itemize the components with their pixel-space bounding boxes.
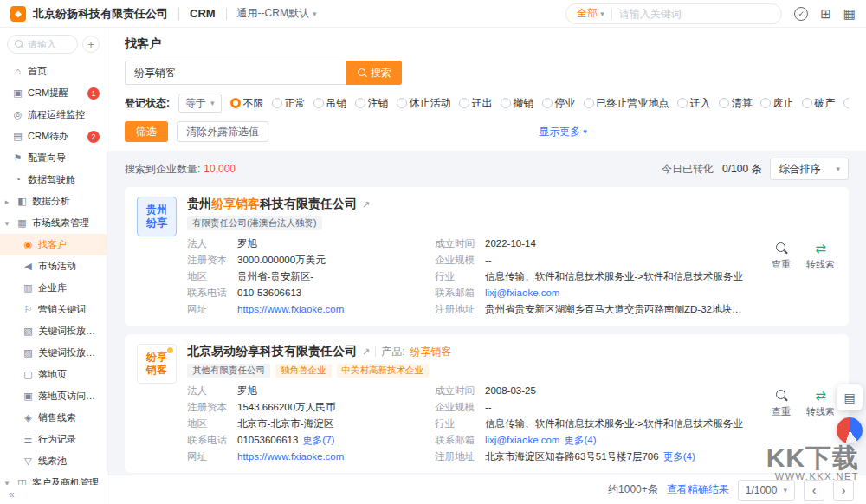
chevron-down-icon [2,219,12,228]
filter-option-abolished[interactable]: 废止 [760,96,794,111]
company-name[interactable]: 北京易动纷享科技有限责任公司 产品: 纷享销客 [187,344,750,359]
filter-option-moved-out[interactable]: 迁出 [459,96,493,111]
tag-icon [23,305,34,314]
sidebar-item-sales-leads[interactable]: 销售线索 [0,407,107,429]
company-tags: 其他有限责任公司 独角兽企业 中关村高新技术企业 [187,364,750,378]
workspace-switcher[interactable]: 通用--CRM默认 [237,6,317,21]
filter-option-bankrupt[interactable]: 破产 [802,96,836,111]
sort-select[interactable]: 综合排序 [770,158,849,180]
registration-status-filter: 登记状态: 等于 不限 正常 吊销 注销 休止活动 迁出 撤销 停业 已终止营业… [125,94,849,113]
flag-icon [12,153,23,163]
topbar-right: 全部 [565,3,856,24]
global-search-box[interactable]: 全部 [565,3,782,24]
address-more-link[interactable]: 更多(4) [663,451,695,462]
shortcut-panel-button[interactable] [837,384,863,410]
operator-select[interactable]: 等于 [178,94,222,113]
email-link[interactable]: lixj@fxiaoke.com [485,286,750,300]
sidebar-item-crm-remind[interactable]: CRM提醒 1 [0,82,107,104]
briefcase-icon [16,478,28,485]
filter-option-other[interactable]: 其他 [843,96,849,111]
convert-to-lead-button[interactable]: 转线索 [806,242,835,271]
sidebar-item-landing-page[interactable]: 落地页 [0,364,107,385]
filter-option-unlimited[interactable]: 不限 [230,96,264,111]
apply-filter-button[interactable]: 筛选 [125,121,168,142]
sidebar-collapse-button[interactable]: « [0,485,107,504]
page-selector[interactable]: 1/1000 [738,480,795,501]
filter-option-closed[interactable]: 停业 [542,96,576,111]
phone: 010-53606613 [237,286,435,300]
sidebar-item-home[interactable]: 首页 [0,61,107,82]
sidebar-item-lead-pool[interactable]: 线索池 [0,450,107,472]
filter-option-revoked[interactable]: 吊销 [313,96,347,111]
website-link[interactable]: https://www.fxiaoke.com [237,302,435,316]
module-title: CRM [190,7,216,20]
email-more-link[interactable]: 更多(4) [564,435,596,445]
filter-option-cancelled[interactable]: 注销 [355,96,389,111]
exact-results-link[interactable]: 查看精确结果 [667,482,729,497]
email-link[interactable]: lixj@fxiaoke.com [485,435,559,445]
product-value: 纷享销客 [410,345,452,359]
open-link-icon[interactable] [362,346,370,358]
field-label: 联系电话 [187,433,237,447]
add-button[interactable] [82,36,100,53]
field-label: 地区 [187,417,237,430]
sidebar-item-marketing-keywords[interactable]: 营销关键词 [0,299,107,320]
filter-option-terminated-location[interactable]: 已终止营业地点 [584,96,669,111]
sidebar-item-process-monitor[interactable]: 流程运维监控 [0,104,107,126]
divider [178,8,179,20]
field-label: 注册资本 [187,400,237,414]
field-label: 联系邮箱 [435,433,485,447]
open-link-icon[interactable] [362,199,370,210]
radio-icon [584,98,594,108]
assistant-ball-button[interactable] [837,417,863,443]
filter-option-dormant[interactable]: 休止活动 [397,96,451,111]
filter-option-withdrawn[interactable]: 撤销 [501,96,534,111]
phone-more-link[interactable]: 更多(7) [302,435,334,445]
apps-grid-icon[interactable] [843,7,856,20]
sidebar-item-behavior-records[interactable]: 行为记录 [0,429,107,450]
layout-grid-icon[interactable] [820,7,831,20]
radio-icon [272,98,282,108]
divider [226,8,227,20]
sidebar-item-crm-todo[interactable]: CRM待办 2 [0,126,107,147]
sidebar-item-customer-opportunity-mgmt[interactable]: 客户及商机管理 [0,472,107,485]
search-button[interactable]: 搜索 [346,61,402,85]
check-circle-icon[interactable] [794,7,808,21]
sidebar-item-market-lead-mgmt[interactable]: 市场线索管理 [0,212,107,234]
sidebar-item-landing-visits[interactable]: 落地页访问明细 [0,385,107,407]
sidebar-item-keyword-plan[interactable]: 关键词投放计划 [0,320,107,342]
next-page-button[interactable] [833,480,854,501]
filter-option-liquidation[interactable]: 清算 [719,96,753,111]
sidebar-item-market-activity[interactable]: 市场活动 [0,255,107,277]
folder-grid-icon [16,218,28,228]
page-icon [23,370,34,379]
chevron-down-icon [836,165,840,173]
sidebar-item-enterprise-library[interactable]: 企业库 [0,277,107,299]
building-icon [23,283,34,293]
prev-page-button[interactable] [804,480,824,501]
sidebar-item-config-wizard[interactable]: 配置向导 [0,147,107,169]
sidebar-item-data-analysis[interactable]: 数据分析 [0,191,107,212]
company-name[interactable]: 贵州纷享销客科技有限责任公司 [187,197,750,212]
filter-option-moved-in[interactable]: 迁入 [677,96,711,111]
search-scope-dropdown[interactable]: 全部 [577,6,604,21]
clear-filters-button[interactable]: 清除外露筛选值 [177,121,268,142]
sidebar-item-keyword-detail[interactable]: 关键词投放明细 [0,342,107,364]
global-search-input[interactable] [619,8,771,20]
website-link[interactable]: https://www.fxiaoke.com [237,449,435,463]
sidebar-search-input[interactable] [28,39,71,49]
sidebar-search-box[interactable] [7,35,78,54]
field-label: 网址 [187,449,237,463]
page-title: 找客户 [125,36,849,52]
dedupe-button[interactable]: 查重 [772,242,791,271]
sidebar-nav: 首页 CRM提醒 1 流程运维监控 CRM待办 2 配置向导 [0,61,107,485]
filter-option-normal[interactable]: 正常 [272,96,306,111]
sidebar-item-data-cockpit[interactable]: 数据驾驶舱 [0,169,107,191]
show-more-link[interactable]: 显示更多 [539,125,587,139]
dedupe-button[interactable]: 查重 [772,389,791,418]
keyword-input[interactable] [125,61,346,85]
convert-to-lead-button[interactable]: 转线索 [806,389,835,418]
sidebar-item-find-customer[interactable]: 找客户 [0,234,107,255]
field-label: 注册地址 [435,302,485,316]
main-content: 找客户 搜索 登记状态: 等于 不限 正常 吊销 注销 [107,28,866,504]
